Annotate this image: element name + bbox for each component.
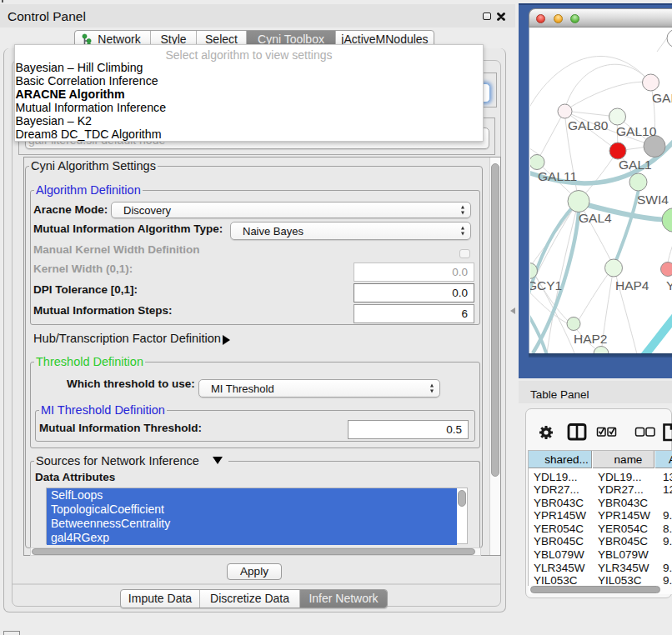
- svg-text:GAL4: GAL4: [579, 211, 612, 225]
- svg-text:HAP2: HAP2: [574, 332, 608, 346]
- svg-text:Y: Y: [666, 278, 672, 292]
- svg-text:GCY1: GCY1: [530, 278, 562, 292]
- svg-text:GAL80: GAL80: [568, 118, 609, 132]
- svg-text:GAL1: GAL1: [619, 158, 652, 172]
- svg-text:HAP4: HAP4: [615, 278, 649, 292]
- svg-text:SWI4: SWI4: [637, 192, 669, 207]
- svg-text:GAL10: GAL10: [616, 124, 657, 138]
- svg-text:GAL11: GAL11: [538, 169, 577, 183]
- svg-text:GAL: GAL: [652, 91, 672, 105]
